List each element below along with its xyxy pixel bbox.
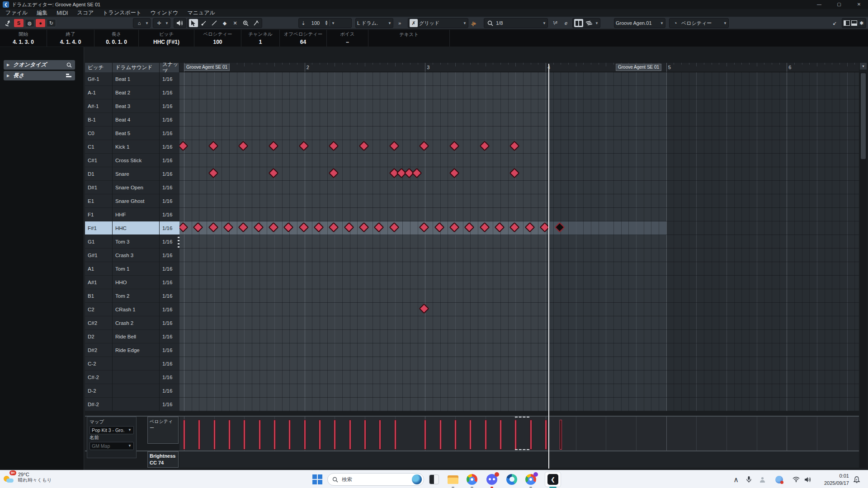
- drum-row-D2[interactable]: D2Ride Bell1/16: [85, 330, 179, 343]
- drum-row-D-2[interactable]: D-21/16: [85, 384, 179, 398]
- pin-editor-icon[interactable]: [4, 19, 13, 27]
- drum-row-F#1[interactable]: F#1HHC1/16: [85, 221, 179, 235]
- taskbar-app-desktop[interactable]: [428, 473, 440, 486]
- search-highlights-icon[interactable]: [412, 474, 422, 484]
- info-field-1[interactable]: 開始4. 1. 3. 0: [0, 30, 47, 47]
- setup-gear-icon[interactable]: ✱: [859, 19, 864, 27]
- velocity-bar[interactable]: [469, 420, 472, 450]
- insert-velocity-stepper[interactable]: ▲▼: [325, 20, 328, 26]
- drumstick-tool[interactable]: [199, 19, 208, 27]
- note-grid[interactable]: [179, 72, 859, 411]
- part-name-label[interactable]: Groove Agent SE 01: [616, 64, 661, 71]
- auto-scroll-icon[interactable]: ✛: [155, 19, 164, 27]
- object-mode-dropdown-icon[interactable]: ▼: [145, 21, 149, 25]
- drum-row-D#-2[interactable]: D#-21/16: [85, 398, 179, 411]
- velocity-bar[interactable]: [198, 420, 200, 450]
- close-button[interactable]: ✕: [850, 0, 868, 9]
- velocity-bar[interactable]: [349, 420, 351, 450]
- velocity-bar[interactable]: [500, 420, 502, 450]
- info-field-7[interactable]: オフベロシティー64: [280, 30, 327, 47]
- taskbar-app-edge[interactable]: [505, 473, 518, 486]
- drum-row-C#-2[interactable]: C#-21/16: [85, 371, 179, 384]
- drum-row-F1[interactable]: F1HHF1/16: [85, 208, 179, 221]
- acoustic-feedback-button[interactable]: ◍: [25, 19, 34, 27]
- taskbar-app-cubase-active[interactable]: ❮: [545, 472, 561, 487]
- velocity-bar[interactable]: [228, 420, 231, 450]
- event-colors-dropdown-icon[interactable]: ▼: [723, 21, 727, 25]
- column-header-snap[interactable]: スナップ: [160, 63, 179, 72]
- drum-row-G#-1[interactable]: G#-1Beat 11/16: [85, 72, 179, 86]
- drum-row-A#1[interactable]: A#1HHO1/16: [85, 276, 179, 289]
- velocity-bar[interactable]: [319, 420, 321, 450]
- nudge-icon[interactable]: -|+: [471, 21, 476, 26]
- solo-button[interactable]: S: [14, 19, 24, 27]
- lower-zone-toggle-icon[interactable]: [851, 20, 857, 26]
- velocity-bar[interactable]: [334, 420, 336, 450]
- open-in-lower-zone-icon[interactable]: ↙: [830, 19, 839, 27]
- menu-item[interactable]: スコア: [77, 9, 94, 17]
- object-mode-icon[interactable]: ⌂: [135, 19, 144, 27]
- drum-row-C-2[interactable]: C-21/16: [85, 357, 179, 371]
- tray-mic-icon[interactable]: [744, 473, 753, 486]
- velocity-bar[interactable]: [514, 420, 517, 450]
- layers-dropdown-icon[interactable]: ▼: [595, 21, 599, 25]
- menu-item[interactable]: マニュアル: [187, 9, 215, 17]
- drum-row-G#1[interactable]: G#1Crash 31/16: [85, 249, 179, 262]
- tray-volume-icon[interactable]: [803, 473, 814, 486]
- taskbar-app-chrome-profile[interactable]: [524, 473, 537, 486]
- speaker-icon[interactable]: [175, 19, 184, 27]
- drum-row-A-1[interactable]: A-1Beat 21/16: [85, 86, 179, 99]
- tray-notification-bell-icon[interactable]: z: [852, 473, 862, 486]
- part-selector-value[interactable]: Groove Agen.01: [616, 20, 659, 26]
- velocity-bar[interactable]: [259, 420, 261, 450]
- info-field-6[interactable]: チャンネル1: [241, 30, 280, 47]
- selection-scale-handle[interactable]: [515, 417, 529, 418]
- velocity-bar[interactable]: [379, 420, 381, 450]
- map-select[interactable]: Pop Kit 3 - Gro. ▼: [90, 426, 134, 434]
- part-selector-dropdown-icon[interactable]: ▼: [660, 21, 664, 25]
- split-panes-icon[interactable]: [574, 19, 583, 27]
- drum-row-C#2[interactable]: C#2Crash 21/16: [85, 316, 179, 330]
- erase-tool[interactable]: ◆: [220, 19, 229, 27]
- name-select[interactable]: GM Map ▼: [90, 442, 134, 450]
- drum-row-A1[interactable]: A1Tom 11/16: [85, 262, 179, 276]
- taskbar-app-chrome[interactable]: [466, 473, 478, 486]
- drum-row-C#1[interactable]: C#1Cross Stick1/16: [85, 154, 179, 167]
- project-cursor[interactable]: [548, 64, 549, 469]
- trim-tool[interactable]: [251, 19, 260, 27]
- velocity-bar[interactable]: [485, 420, 487, 450]
- line-tool[interactable]: [210, 19, 219, 27]
- length-section-header[interactable]: ▶ 長さ: [4, 71, 75, 80]
- tray-app-sphere-icon[interactable]: [774, 473, 784, 486]
- info-field-2[interactable]: 終了4. 1. 4. 0: [47, 30, 94, 47]
- layers-icon[interactable]: [585, 19, 594, 27]
- iterative-quantize-icon[interactable]: ⅟²: [551, 19, 560, 27]
- menu-item[interactable]: MIDI: [57, 10, 68, 16]
- tray-chevron-icon[interactable]: ∧: [731, 473, 741, 486]
- menu-item[interactable]: 編集: [37, 9, 47, 17]
- info-field-9[interactable]: テキスト: [368, 30, 450, 47]
- quantize-section-header[interactable]: ▶ クオンタイズ: [4, 60, 75, 70]
- quantize-value[interactable]: 1/8: [496, 20, 541, 26]
- drum-row-B-1[interactable]: B-1Beat 41/16: [85, 113, 179, 127]
- drum-row-A#-1[interactable]: A#-1Beat 31/16: [85, 99, 179, 113]
- tray-clock[interactable]: 0:01 2025/09/17: [819, 472, 849, 487]
- controller-lane[interactable]: [179, 451, 859, 468]
- scrollbar-thumb[interactable]: [861, 73, 866, 159]
- snap-toggle-icon[interactable]: ✗: [410, 19, 418, 27]
- velocity-bar[interactable]: [274, 420, 276, 450]
- info-field-8[interactable]: ボイス–: [327, 30, 368, 47]
- ruler[interactable]: 23456Groove Agent SE 01Groove Agent SE 0…: [179, 63, 859, 72]
- quantize-edit-icon[interactable]: e: [561, 19, 571, 27]
- grid-type-value[interactable]: グリッド: [419, 20, 462, 27]
- velocity-bar[interactable]: [364, 420, 366, 450]
- mute-tool[interactable]: ✕: [231, 19, 240, 27]
- tray-wifi-icon[interactable]: [791, 473, 801, 486]
- controller-lane-label[interactable]: Brightness CC 74: [147, 451, 179, 468]
- select-tool[interactable]: [189, 19, 198, 27]
- insert-velocity-value[interactable]: 100: [308, 20, 323, 26]
- info-field-3[interactable]: 長さ0. 0. 1. 0: [94, 30, 139, 47]
- taskbar-app-discord[interactable]: [486, 473, 498, 486]
- part-name-label[interactable]: Groove Agent SE 01: [184, 64, 230, 71]
- drum-row-C1[interactable]: C1Kick 11/16: [85, 140, 179, 154]
